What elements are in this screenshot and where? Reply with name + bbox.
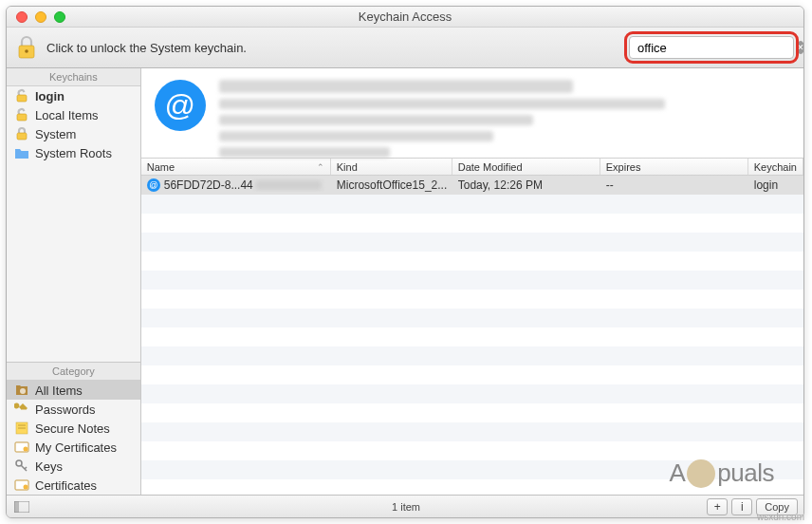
cell-keychain: login: [748, 178, 803, 192]
svg-rect-17: [14, 501, 19, 513]
cell-expires: --: [600, 178, 748, 192]
at-sign-icon: @: [147, 178, 160, 192]
column-header-expires[interactable]: Expires: [600, 159, 748, 175]
sidebar-item-label: Passwords: [35, 402, 96, 417]
column-header-kind[interactable]: Kind: [331, 159, 452, 175]
blurred-line: [219, 99, 665, 109]
sidebar: Keychains login Local Items System Syste…: [7, 68, 141, 495]
content-area: @ Name Kind Date Modified Expires Keycha…: [141, 68, 803, 495]
cell-date: Today, 12:26 PM: [452, 178, 600, 192]
locked-keychain-icon: [14, 126, 29, 141]
detail-text: [219, 76, 790, 150]
detail-pane: @: [141, 68, 803, 159]
window: Keychain Access Click to unlock the Syst…: [6, 6, 804, 518]
blurred-suffix: [255, 180, 322, 190]
sidebar-spacer: [7, 162, 140, 362]
unlocked-keychain-icon: [14, 88, 29, 103]
sidebar-item-secure-notes[interactable]: Secure Notes: [7, 419, 140, 438]
sidebar-item-local-items[interactable]: Local Items: [7, 105, 140, 124]
svg-rect-5: [17, 114, 27, 121]
table-header: Name Kind Date Modified Expires Keychain: [141, 159, 803, 176]
column-header-keychain[interactable]: Keychain: [748, 159, 803, 175]
svg-point-15: [24, 485, 28, 490]
keys-icon: [14, 458, 29, 474]
sidebar-item-label: System Roots: [35, 146, 112, 160]
category-section: Category All Items Passwords Secure Note…: [7, 362, 140, 495]
sidebar-toggle-button[interactable]: [12, 499, 31, 515]
main-area: Keychains login Local Items System Syste…: [7, 68, 803, 495]
sidebar-item-all-items[interactable]: All Items: [7, 381, 140, 400]
column-header-date[interactable]: Date Modified: [452, 159, 600, 175]
sidebar-item-label: My Certificates: [35, 440, 117, 455]
table-body[interactable]: @ 56FDD72D-8...44 MicrosoftOffice15_2...…: [141, 176, 803, 495]
sidebar-item-label: Keys: [35, 459, 63, 474]
category-header: Category: [7, 363, 140, 381]
blurred-line: [219, 147, 391, 158]
status-item-count: 1 item: [6, 501, 804, 513]
sidebar-item-login[interactable]: login: [7, 86, 140, 105]
svg-rect-4: [17, 95, 27, 102]
sidebar-item-certificates[interactable]: Certificates: [7, 476, 140, 495]
unlocked-keychain-icon: [14, 107, 29, 122]
cell-name-text: 56FDD72D-8...44: [164, 178, 253, 192]
note-icon: [14, 421, 29, 436]
sidebar-item-label: Local Items: [35, 108, 98, 122]
sidebar-item-keys[interactable]: Keys: [7, 457, 140, 476]
sidebar-item-label: System: [35, 127, 76, 141]
sidebar-item-passwords[interactable]: Passwords: [7, 400, 140, 419]
key-icon: [14, 402, 29, 417]
certificate-icon: [14, 477, 29, 493]
sidebar-item-label: Certificates: [35, 478, 97, 493]
cell-kind: MicrosoftOffice15_2...: [331, 178, 452, 192]
add-button[interactable]: +: [707, 498, 728, 515]
table-row[interactable]: @ 56FDD72D-8...44 MicrosoftOffice15_2...…: [141, 176, 803, 195]
svg-rect-6: [17, 133, 27, 140]
svg-point-1: [25, 49, 28, 53]
sidebar-item-label: Secure Notes: [35, 421, 110, 436]
statusbar: + i Copy 1 item: [7, 495, 803, 517]
all-items-icon: [14, 383, 29, 398]
at-sign-icon: @: [155, 80, 206, 131]
sidebar-item-my-certificates[interactable]: My Certificates: [7, 438, 140, 457]
svg-point-12: [24, 447, 28, 452]
sidebar-item-label: All Items: [35, 384, 83, 398]
info-button[interactable]: i: [731, 498, 752, 515]
certificate-icon: [14, 440, 29, 455]
sidebar-item-label: login: [35, 89, 65, 103]
unlock-hint-text: Click to unlock the System keychain.: [46, 41, 629, 55]
sidebar-item-system-roots[interactable]: System Roots: [7, 143, 140, 162]
lock-icon[interactable]: [16, 34, 37, 61]
blurred-line: [219, 131, 493, 141]
titlebar: Keychain Access: [7, 7, 803, 28]
keychains-list: login Local Items System System Roots: [7, 86, 140, 162]
clear-search-button[interactable]: ✕: [797, 41, 804, 54]
svg-point-7: [20, 388, 26, 394]
column-header-name[interactable]: Name: [141, 159, 331, 175]
folder-icon: [14, 145, 29, 160]
toolbar: Click to unlock the System keychain. ✕: [7, 28, 803, 68]
cell-name: @ 56FDD72D-8...44: [141, 178, 331, 192]
blurred-line: [219, 115, 533, 125]
keychains-header: Keychains: [7, 68, 140, 86]
sidebar-item-system[interactable]: System: [7, 124, 140, 143]
search-field-wrap: ✕: [629, 36, 794, 59]
window-title: Keychain Access: [7, 9, 803, 24]
search-input[interactable]: [637, 41, 797, 55]
attribution-text: wsxdn.com: [757, 512, 804, 522]
blurred-title: [219, 80, 573, 93]
